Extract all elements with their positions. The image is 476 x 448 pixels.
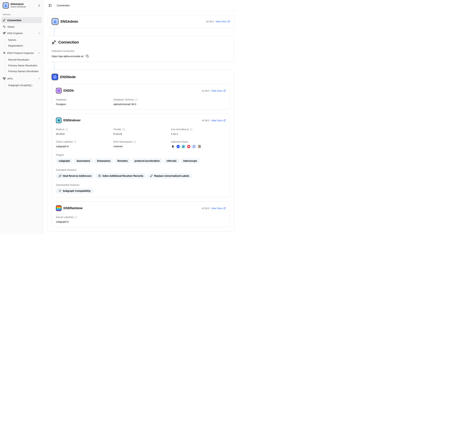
telescope-icon: [3, 32, 6, 35]
info-icon[interactable]: [190, 128, 193, 131]
copy-icon[interactable]: [86, 55, 89, 58]
plugin-pill: protocol-acceleration: [132, 158, 162, 163]
plugin-pill: referrals: [164, 158, 179, 163]
view-docs-link[interactable]: View Docs: [215, 20, 230, 23]
radio-tower-icon: [3, 77, 6, 80]
ensnode-logo-icon: [52, 74, 58, 80]
activated-features-label: Activated Features: [56, 169, 226, 171]
activity-icon: [3, 25, 6, 28]
sidebar-item-label: Status: [7, 25, 40, 28]
version-text: v0.36.0: [206, 20, 214, 23]
sidebar-subitem-primary-name-resolution[interactable]: Primary Name Resolution: [5, 63, 42, 68]
version-text: v0.36.0: [202, 207, 210, 210]
main-area: Connection ENSAdmin v0.36.0: [43, 0, 238, 234]
sidebar-item-apis[interactable]: APIs: [1, 75, 42, 81]
ensadmin-logo-icon: [52, 18, 58, 25]
sidebar-item-label: ENS Explorer: [7, 32, 36, 35]
deactivated-features-list: Subgraph Compatibility: [56, 188, 226, 194]
view-docs-label: View Docs: [211, 89, 222, 92]
view-docs-label: View Docs: [211, 119, 222, 122]
sidebar-item-ens-explorer[interactable]: ENS Explorer: [1, 30, 42, 36]
card-title: ENSNode: [60, 75, 76, 79]
chevron-down-icon: [38, 32, 40, 34]
chain-icon-scroll: [198, 145, 201, 149]
external-link-icon: [223, 207, 226, 209]
info-icon[interactable]: [65, 128, 68, 131]
field-value: alphaSchema0.36.0: [113, 103, 168, 106]
info-icon[interactable]: [74, 141, 76, 143]
field-ponder: Ponder 0.13.14: [113, 128, 168, 135]
field-nodejs: Node.js 22.20.0: [56, 128, 111, 135]
plugin-pill: subgraph: [56, 158, 73, 163]
chain-icon-base: [176, 145, 180, 149]
info-icon[interactable]: [135, 98, 137, 101]
field-database: Database Postgres: [56, 98, 111, 106]
replace-icon: [150, 174, 153, 177]
app-subtitle: Select ENSNode: [11, 6, 36, 8]
plugin-pill: threedns: [114, 158, 130, 163]
field-ens-namespace: ENS Namespace mainnet: [113, 140, 168, 149]
feature-pill: Heal Reverse Addresses: [56, 173, 94, 178]
connection-url: https://api.alpha.ensnode.io/: [52, 55, 84, 58]
sidebar-subitem-names[interactable]: Names: [5, 37, 42, 43]
field-value: 1.11.1: [171, 132, 226, 135]
ens-explorer-subnav: Names Registrations: [5, 36, 42, 49]
topbar-divider: [55, 4, 55, 7]
chevron-down-icon: [38, 77, 40, 80]
ensnode-card: ENSNode ENSDb v0.36.0 View Docs: [47, 69, 234, 231]
sidebar-item-status[interactable]: Status: [1, 23, 42, 30]
field-label: Node.js: [56, 128, 64, 131]
sidebar-subitem-primary-names-resolution[interactable]: Primary Names Resolution: [5, 68, 42, 74]
view-docs-link[interactable]: View Docs: [211, 89, 226, 92]
ensnode-selector[interactable]: ENSAdmin Select ENSNode: [1, 1, 42, 10]
app-title: ENSAdmin: [11, 3, 36, 6]
info-icon[interactable]: [75, 216, 77, 218]
search-icon: [59, 190, 61, 192]
sidebar: ENSAdmin Select ENSNode Services Connect…: [0, 0, 43, 234]
field-label: Indexed Chains: [171, 140, 226, 143]
breadcrumb: Connection: [57, 4, 70, 7]
plugins-list: subgraph basenames lineanames threedns p…: [56, 158, 226, 163]
field-value: Postgres: [56, 103, 111, 106]
ensrainbow-card: ENSRainbow v0.36.0 View Docs Server Labe…: [52, 201, 230, 227]
feature-label: Heal Reverse Addresses: [63, 174, 91, 177]
info-icon[interactable]: [122, 128, 125, 131]
pill-icon: [59, 174, 61, 177]
version-text: v0.36.0: [202, 89, 210, 92]
field-label: Client LabelSet: [56, 140, 73, 143]
view-docs-link[interactable]: View Docs: [211, 207, 226, 210]
sidebar-item-ens-protocol-inspector[interactable]: ENS Protocol Inspector: [1, 50, 42, 56]
field-label: ens-normalize.js: [171, 128, 189, 131]
field-value: subgraph:0: [56, 220, 111, 223]
selected-connection-label: Selected Connection: [52, 50, 230, 52]
feature-pill: Index Additional Resolver Records: [96, 173, 146, 178]
sidebar-item-connection[interactable]: Connection: [1, 17, 42, 23]
field-ens-normalize: ens-normalize.js 1.11.1: [171, 128, 226, 135]
field-label: Server LabelSet: [56, 216, 74, 218]
sidebar-subitem-subgraph-graphql[interactable]: Subgraph (GraphQL): [5, 82, 42, 88]
chevron-down-icon: [38, 52, 40, 54]
card-title: ENSDb: [63, 89, 74, 92]
external-link-icon: [228, 20, 230, 23]
field-indexed-chains: Indexed Chains: [171, 140, 226, 149]
plug-zap-icon: [3, 19, 6, 22]
field-value: 0.13.14: [113, 132, 168, 135]
field-label: Ponder: [113, 128, 121, 131]
sidebar-toggle-button[interactable]: [48, 3, 52, 8]
sidebar-subitem-record-resolution[interactable]: Record Resolution: [5, 57, 42, 63]
database-plus-icon: [98, 174, 101, 177]
version-text: v0.36.0: [202, 119, 210, 122]
field-value: 22.20.0: [56, 132, 111, 135]
ensrainbow-logo-icon: [56, 205, 62, 211]
card-title: Connection: [58, 40, 79, 45]
plugins-label: Plugins: [56, 154, 226, 156]
plug-zap-icon: [52, 40, 56, 45]
field-client-labelset: Client LabelSet subgraph:0: [56, 140, 111, 149]
chevrons-up-down-icon: [38, 4, 40, 7]
panel-left-icon: [49, 4, 52, 7]
sidebar-subitem-registrations[interactable]: Registrations: [5, 43, 42, 48]
info-icon[interactable]: [134, 141, 136, 143]
view-docs-link[interactable]: View Docs: [211, 119, 226, 122]
ensadmin-logo-icon: [3, 2, 9, 9]
connector-dashed-line: [54, 28, 54, 36]
